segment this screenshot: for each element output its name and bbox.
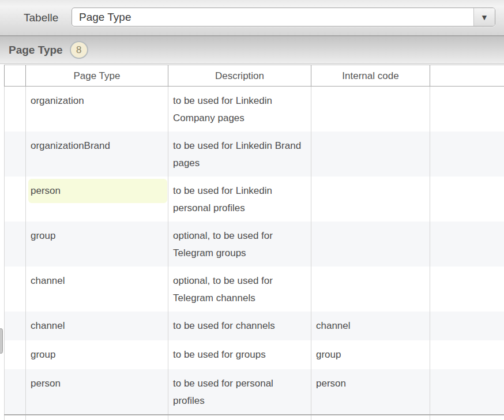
cell-internal-code[interactable]: person <box>311 369 430 414</box>
column-header-extra[interactable] <box>430 65 504 86</box>
cell-page-type[interactable]: group <box>26 222 168 267</box>
section-title: Page Type <box>9 44 63 57</box>
record-count-badge: 8 <box>70 41 88 59</box>
column-header-page-type[interactable]: Page Type <box>26 65 168 86</box>
cell-internal-code[interactable] <box>311 132 430 177</box>
chevron-down-icon: ▼ <box>480 13 488 21</box>
cell-page-type[interactable] <box>26 415 168 420</box>
cell-extra[interactable] <box>430 177 504 222</box>
table-row[interactable]: person to be used for personal profiles … <box>4 369 504 414</box>
table-row[interactable]: channel optional, to be used for Telegra… <box>4 267 504 312</box>
cell-page-type[interactable]: organizationBrand <box>26 132 168 177</box>
row-gutter[interactable] <box>5 369 26 414</box>
cell-extra[interactable] <box>430 312 504 340</box>
section-header: Page Type 8 <box>0 36 504 64</box>
cell-internal-code[interactable] <box>311 415 430 420</box>
table-row[interactable]: organization to be used for Linkedin Com… <box>4 87 504 132</box>
row-gutter[interactable] <box>5 312 26 340</box>
row-gutter[interactable] <box>5 340 26 369</box>
cell-description[interactable]: optional, to be used for Telegram channe… <box>168 267 311 312</box>
cell-page-type[interactable]: channel <box>26 267 168 312</box>
cell-description[interactable]: to be used for Linkedin personal profile… <box>168 177 311 222</box>
row-gutter[interactable] <box>5 177 26 222</box>
cell-page-type[interactable]: organization <box>26 87 168 132</box>
cell-internal-code[interactable]: channel <box>311 312 430 340</box>
scrollbar-thumb[interactable] <box>0 328 3 354</box>
cell-page-type[interactable]: group <box>26 340 168 369</box>
table-select-value: Page Type <box>79 8 131 26</box>
table-row[interactable]: group to be used for groups group <box>4 340 504 369</box>
cell-extra[interactable] <box>430 340 504 369</box>
table-row[interactable]: channel to be used for channels channel <box>4 312 504 340</box>
cell-internal-code[interactable] <box>311 267 430 312</box>
top-toolbar: Tabelle Page Type ▼ <box>0 0 504 35</box>
cell-description[interactable]: to be used for personal profiles <box>168 369 311 414</box>
header-gutter <box>5 65 26 86</box>
cell-text: person <box>31 185 61 196</box>
cell-page-type[interactable]: person <box>26 369 168 414</box>
row-gutter[interactable] <box>5 267 26 312</box>
row-gutter[interactable] <box>5 87 26 132</box>
cell-extra[interactable] <box>430 87 504 132</box>
cell-extra[interactable] <box>430 132 504 177</box>
cell-internal-code[interactable] <box>311 222 430 267</box>
cell-extra[interactable] <box>430 369 504 414</box>
table-select[interactable]: Page Type ▼ <box>72 7 495 27</box>
table-header-row: Page Type Description Internal code <box>4 65 504 87</box>
cell-description[interactable] <box>168 415 311 420</box>
cell-internal-code[interactable]: group <box>311 340 430 369</box>
cell-extra[interactable] <box>430 222 504 267</box>
table-select-label: Tabelle <box>24 0 58 35</box>
cell-page-type[interactable]: channel <box>26 312 168 340</box>
cell-extra[interactable] <box>430 415 504 420</box>
table-row[interactable]: person to be used for Linkedin personal … <box>4 177 504 222</box>
row-gutter[interactable] <box>5 132 26 177</box>
table-row[interactable]: organizationBrand to be used for Linkedi… <box>4 132 504 177</box>
records-table: Page Type Description Internal code orga… <box>4 65 504 420</box>
cell-description[interactable]: to be used for Linkedin Company pages <box>168 87 311 132</box>
row-gutter[interactable] <box>5 415 26 420</box>
table-row-partial[interactable] <box>4 415 504 420</box>
cell-description[interactable]: to be used for channels <box>168 312 311 340</box>
cell-description[interactable]: to be used for groups <box>168 340 311 369</box>
cell-internal-code[interactable] <box>311 87 430 132</box>
cell-internal-code[interactable] <box>311 177 430 222</box>
table-select-button[interactable]: ▼ <box>473 8 495 26</box>
cell-description[interactable]: optional, to be used for Telegram groups <box>168 222 311 267</box>
table-row[interactable]: group optional, to be used for Telegram … <box>4 222 504 267</box>
cell-extra[interactable] <box>430 267 504 312</box>
cell-description[interactable]: to be used for Linkedin Brand pages <box>168 132 311 177</box>
column-header-description[interactable]: Description <box>168 65 311 86</box>
cell-page-type-highlighted[interactable]: person <box>26 177 168 222</box>
row-gutter[interactable] <box>5 222 26 267</box>
column-header-internal-code[interactable]: Internal code <box>311 65 430 86</box>
